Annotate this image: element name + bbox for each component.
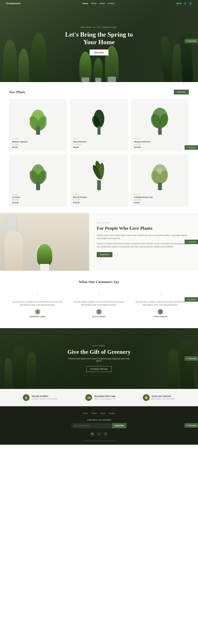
plant-latin-name: New plant: [134, 199, 186, 200]
footer-nav-contact[interactable]: Contact: [109, 412, 115, 414]
story-content: OUR STORY For People Who Love Plants Viv…: [89, 213, 198, 271]
twitter-icon[interactable]: 𝕏: [104, 432, 108, 436]
nav-cart[interactable]: $0.00: [176, 2, 181, 4]
testimonial-card: " Sed odio donec curabitur auctor amet t…: [9, 290, 66, 320]
plant-image: [134, 158, 186, 191]
nav-home[interactable]: Home: [82, 2, 88, 4]
new-plants-shop-button[interactable]: Shop Now: [174, 90, 189, 94]
footer-nav: HomePlantsAboutContact: [9, 412, 189, 414]
nav-links: Home Plants About Contact: [82, 2, 115, 4]
testimonials-customize-button[interactable]: ✦ Customize: [185, 297, 198, 302]
gift-purchase-button[interactable]: Purchase A Gift Card: [86, 366, 112, 372]
footer-nav-home[interactable]: Home: [83, 412, 88, 414]
footer-nav-plants[interactable]: Plants: [91, 412, 96, 414]
feature-icon: 🚚: [85, 394, 92, 401]
svg-rect-14: [36, 182, 40, 190]
plant-image: [134, 102, 186, 136]
footer-newsletter: Subscribe to our newsletter Subscribe: [9, 419, 189, 428]
plant-latin-name: New Plant: [12, 199, 64, 200]
plant-image: [12, 158, 64, 191]
quote-mark: ": [135, 293, 186, 298]
footer-copyright: © 2024 Plant Shop. Powered by Plant Shop: [9, 440, 189, 442]
plant-image: [73, 102, 125, 136]
plant-price: $224.90: [134, 146, 186, 148]
newsletter-email-input[interactable]: [72, 423, 112, 428]
hero-content: WELCOME TO THE GREENSTORE Let's Bring th…: [65, 26, 133, 56]
story-title: For People Who Love Plants: [97, 226, 190, 231]
footer-customize-button[interactable]: ✦ Customize: [185, 423, 198, 428]
brand-logo[interactable]: Greenstore: [6, 2, 21, 5]
plant-latin-name: Greets gris: [73, 199, 125, 200]
quote-mark: ": [12, 293, 63, 298]
testimonial-text: Sed odio donec curabitur auctor amet tin…: [12, 300, 63, 306]
testimonial-name: ALICIA HEART: [74, 316, 124, 318]
plant-price: $79.90: [134, 202, 186, 204]
gift-content: GIFT CARD Give the Gift of Greenery Prae…: [61, 336, 137, 381]
testimonial-avatar: 👤: [35, 309, 40, 314]
testimonial-avatar: 👤: [158, 309, 163, 314]
hero-welcome: WELCOME TO THE GREENSTORE: [65, 26, 133, 28]
plant-name: Hoya Oberiana: [73, 140, 125, 143]
plant-image: [73, 158, 125, 191]
testimonial-text: Sed odio donec curabitur auctor amet tin…: [135, 300, 186, 306]
plant-card[interactable]: ★★★★★ Bird of Paradise Greets gris $249.…: [70, 154, 128, 207]
plants-customize-button[interactable]: ✦ Customize: [185, 146, 198, 150]
gift-subtitle: Praesent tortor ipsum lorem rescula vis …: [67, 358, 131, 362]
newsletter-form: Subscribe: [72, 423, 126, 428]
feature-title: EXCELLENT SERVICE: [152, 395, 175, 398]
hero-title: Let's Bring the Spring to Your Home: [65, 31, 133, 46]
plant-name: Caladium Beauty Star: [134, 196, 186, 198]
new-plants-section: New Plants Shop Now ★★★★★ Birdnest Japan…: [0, 82, 198, 213]
testimonial-avatar: 👤: [96, 309, 102, 314]
navbar: Greenstore Home Plants About Contact $0.…: [0, 0, 198, 7]
newsletter-title: Subscribe to our newsletter: [9, 419, 189, 421]
gift-section: GIFT CARD Give the Gift of Greenery Prae…: [0, 328, 198, 389]
plant-stars: ★★★★★: [12, 138, 64, 140]
hero-section: WELCOME TO THE GREENSTORE Let's Bring th…: [0, 0, 198, 82]
section-header: New Plants Shop Now: [9, 90, 189, 94]
plant-stars: ★★★★★: [73, 138, 125, 140]
svg-rect-23: [158, 182, 162, 190]
plant-card[interactable]: ★★★★★ Birdnest Japaneze in a Plant $64.9…: [9, 99, 67, 152]
cart-icon[interactable]: 🛒: [184, 2, 187, 5]
feature-item: 🚚 DELIVERED WITH CARE Donec ut amet nequ…: [85, 394, 116, 401]
svg-rect-6: [97, 126, 101, 135]
plant-card[interactable]: ★★★★★ Hoya Oberiana Loca Plants $64.00: [70, 99, 128, 152]
plant-price: $64.00: [73, 146, 125, 148]
nav-plants[interactable]: Plants: [91, 2, 96, 4]
testimonials-section: What Our Customers Say " Sed odio donec …: [0, 271, 198, 328]
plant-price: $249.90: [73, 202, 125, 204]
plant-card[interactable]: ★★★★★ Ze Plants New Plant $114.90: [9, 154, 67, 207]
quote-mark: ": [74, 293, 124, 298]
footer-nav-about[interactable]: About: [100, 412, 105, 414]
plant-stars: ★★★★★: [12, 194, 64, 195]
instagram-icon[interactable]: 📷: [90, 432, 94, 436]
nav-contact[interactable]: Contact: [108, 2, 115, 4]
gift-label: GIFT CARD: [67, 345, 131, 347]
hero-shop-now-button[interactable]: Shop Now: [89, 50, 109, 56]
feature-desc: Curabitur interdum, nisl at tincidunt.: [32, 398, 58, 400]
story-read-more-button[interactable]: Read More: [97, 252, 112, 257]
svg-rect-10: [158, 126, 162, 135]
features-section: 🔒 SECURE PAYMENT Curabitur interdum, nis…: [0, 389, 198, 406]
plant-price: $114.90: [12, 202, 64, 204]
testimonial-card: " Sed odio donec curabitur auctor amet t…: [70, 290, 127, 320]
plant-card[interactable]: ★★★★★ Monstera Deliciosa in a Plant $224…: [131, 99, 189, 152]
social-icons: 📷 f 𝕏: [9, 432, 189, 436]
user-icon[interactable]: 👤: [189, 2, 192, 5]
plant-price: $64.90: [12, 146, 64, 148]
facebook-icon[interactable]: f: [97, 432, 101, 436]
feature-icon: ⭐: [143, 394, 150, 401]
newsletter-subscribe-button[interactable]: Subscribe: [112, 423, 126, 428]
plant-name: Bird of Paradise: [73, 196, 125, 198]
feature-title: DELIVERED WITH CARE: [94, 395, 116, 398]
svg-rect-18: [97, 180, 101, 190]
plant-card[interactable]: ★★★★★ Caladium Beauty Star New plant $79…: [131, 154, 189, 207]
hero-customize-button[interactable]: ✦ Customize: [185, 39, 198, 43]
svg-rect-3: [36, 126, 40, 135]
gift-title: Give the Gift of Greenery: [67, 348, 131, 355]
story-image: [0, 213, 89, 271]
gift-customize-button[interactable]: ✦ Customize: [185, 356, 198, 361]
story-customize-button[interactable]: ✦ Customize: [185, 240, 198, 244]
nav-about[interactable]: About: [100, 2, 105, 4]
